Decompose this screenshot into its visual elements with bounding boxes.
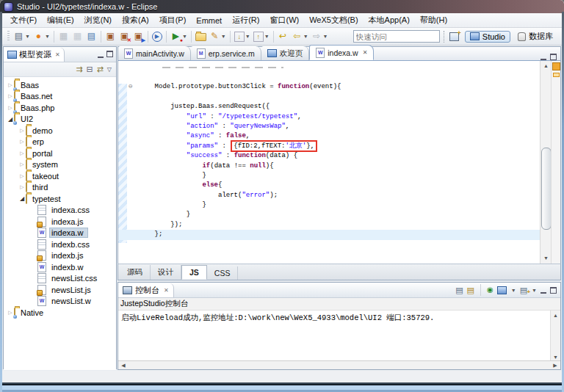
tree-item-newsList.w[interactable]: WnewsList.w xyxy=(4,296,116,308)
code-line-13[interactable]: alert("error"); xyxy=(118,191,540,200)
tree-item-typetest[interactable]: ◢typetest xyxy=(4,193,116,205)
tree-item-UI2[interactable]: ◢UI2 xyxy=(4,114,116,126)
last-edit-location-button[interactable]: ↩ xyxy=(277,29,289,44)
prev-annotation-button[interactable]: ↑▼ xyxy=(253,29,270,44)
menu-item-2[interactable]: 浏览(N) xyxy=(79,13,117,27)
tree-expanded-arrow-icon[interactable]: ◢ xyxy=(18,195,26,202)
tree-collapsed-arrow-icon[interactable]: ▷ xyxy=(7,82,14,88)
code-line-4[interactable]: justep.Baas.sendRequest({ xyxy=(118,102,540,112)
code-content[interactable]: ⊖ Model.prototype.button3Click = functio… xyxy=(118,65,540,240)
studio-perspective-button[interactable]: Studio xyxy=(465,31,510,43)
scroll-up-arrow-icon[interactable]: ▲ xyxy=(540,61,552,71)
run-button[interactable]: ▶ xyxy=(151,29,163,44)
minimize-view-button[interactable] xyxy=(98,54,104,58)
display-console-icon[interactable] xyxy=(497,286,507,294)
tree-item-portal[interactable]: ▷portal xyxy=(4,148,116,159)
tree-item-indexb.w[interactable]: Windexb.w xyxy=(4,261,116,273)
editor-tab-欢迎页[interactable]: 欢迎页 xyxy=(261,46,310,60)
tree-item-newsList.js[interactable]: newsList.js xyxy=(4,284,116,296)
database-perspective-button[interactable]: 数据库 xyxy=(513,30,557,43)
tree-item-indexb.js[interactable]: indexb.js xyxy=(4,250,116,262)
pin-console-icon[interactable]: ◉ xyxy=(487,286,494,294)
tree-item-newsList.css[interactable]: newsList.css xyxy=(4,273,116,285)
scroll-left-arrow-icon[interactable]: ◀ xyxy=(118,361,129,369)
open-console-icon[interactable]: ▤ xyxy=(520,286,527,294)
console-horizontal-scrollbar[interactable]: ◀ ▶ xyxy=(118,360,560,369)
annotation-summary-icon[interactable] xyxy=(552,62,560,70)
tree-item-system[interactable]: ▷system xyxy=(4,159,116,171)
menu-item-8[interactable]: WeX5文档(B) xyxy=(304,13,363,27)
tree-item-Native[interactable]: ▷Native xyxy=(4,307,116,319)
menu-item-9[interactable]: 本地App(A) xyxy=(364,13,415,27)
code-line-10[interactable]: if(data !== null){ xyxy=(118,161,540,171)
save-all-button[interactable]: ▦ xyxy=(71,29,84,44)
collapse-all-icon[interactable]: ⊟ xyxy=(86,65,93,74)
tree-collapsed-arrow-icon[interactable]: ▷ xyxy=(7,105,14,111)
maximize-view-button[interactable] xyxy=(550,54,557,60)
close-icon[interactable]: ✕ xyxy=(55,51,60,58)
close-icon[interactable]: ✕ xyxy=(363,49,368,56)
minimize-view-button[interactable] xyxy=(540,57,546,60)
editor-tab-indexa.w[interactable]: Windexa.w✕ xyxy=(309,45,374,60)
tree-collapsed-arrow-icon[interactable]: ▷ xyxy=(18,139,26,145)
code-line-6[interactable]: "action" : "queryNewsWap", xyxy=(118,122,540,131)
maximize-view-button[interactable] xyxy=(106,51,113,57)
chevron-down-icon[interactable]: ▼ xyxy=(532,288,537,293)
refresh-icon[interactable]: ⇄ xyxy=(97,65,104,74)
code-line-16[interactable]: }); xyxy=(118,220,540,230)
minimize-view-button[interactable] xyxy=(540,290,546,294)
tree-item-Baas.net[interactable]: ▷Baas.net xyxy=(4,91,116,103)
code-line-8[interactable]: "params" : {fID:2,fTEXT:'北京'}, xyxy=(118,142,540,151)
menu-item-4[interactable]: 项目(P) xyxy=(154,13,192,27)
tree-item-indexa.css[interactable]: indexa.css xyxy=(4,205,116,217)
code-line-5[interactable]: "url" : "/typetest/typetest", xyxy=(118,112,540,122)
view-menu-icon[interactable]: ▽ xyxy=(107,66,112,73)
link-with-editor-icon[interactable]: ⇉ xyxy=(76,65,82,74)
open-folder-button[interactable] xyxy=(195,29,207,44)
tree-collapsed-arrow-icon[interactable]: ▷ xyxy=(18,173,26,179)
scroll-lock-icon[interactable]: ▤ xyxy=(467,286,474,294)
scroll-right-arrow-icon[interactable]: ▶ xyxy=(550,361,560,369)
tree-item-Baas[interactable]: ▷Baas xyxy=(4,79,116,91)
editor-vertical-scrollbar[interactable]: ▲ ▼ xyxy=(540,61,552,264)
tree-item-third[interactable]: ▷third xyxy=(4,182,116,194)
editor-tab-mainActivity.w[interactable]: WmainActivity.w xyxy=(118,46,191,60)
tree-item-demo[interactable]: ▷demo xyxy=(4,125,116,137)
tab-console[interactable]: 控制台 ✕ xyxy=(118,283,174,297)
tomcat-restart-button[interactable]: ▣▶ xyxy=(132,29,145,44)
tomcat-start-button[interactable]: ▣ xyxy=(104,29,117,44)
mode-tab-JS[interactable]: JS xyxy=(181,265,207,280)
code-line-12[interactable]: else{ xyxy=(118,181,540,190)
annotation-marker[interactable] xyxy=(553,73,560,77)
fold-collapse-icon[interactable]: ⊖ xyxy=(129,82,132,92)
tree-item-indexb.css[interactable]: indexb.css xyxy=(4,239,116,250)
mode-tab-设计[interactable]: 设计 xyxy=(151,265,181,280)
code-line-9[interactable]: "success" : function(data) { xyxy=(118,151,540,161)
code-line-14[interactable]: } xyxy=(118,200,540,210)
menu-item-0[interactable]: 文件(F) xyxy=(5,13,42,27)
open-perspective-button[interactable] xyxy=(449,29,463,44)
forward-history-button[interactable]: ⇨▼ xyxy=(311,29,329,44)
menu-item-7[interactable]: 窗口(W) xyxy=(264,13,304,27)
scrollbar-thumb[interactable] xyxy=(541,148,552,230)
debug-run-button[interactable]: ▶●▼ xyxy=(170,29,188,44)
tree-collapsed-arrow-icon[interactable]: ▷ xyxy=(18,128,26,134)
save-button[interactable]: ▦ xyxy=(57,29,70,44)
console-vertical-scrollbar[interactable]: ▲ ▼ xyxy=(550,311,560,363)
new-wizard-button[interactable]: ▤▼ xyxy=(12,29,31,44)
tomcat-stop-button[interactable]: ▣✕ xyxy=(118,29,131,44)
tree-collapsed-arrow-icon[interactable]: ▷ xyxy=(18,161,26,167)
menu-item-5[interactable]: Emmet xyxy=(191,15,227,26)
menu-item-1[interactable]: 编辑(E) xyxy=(42,13,79,27)
style-brush-button[interactable]: ✎▼ xyxy=(209,29,227,44)
code-line-0[interactable] xyxy=(118,67,540,73)
maximize-view-button[interactable] xyxy=(550,287,557,294)
wex5-new-button[interactable]: ●▼ xyxy=(32,29,51,44)
tree-item-Baas.php[interactable]: ▷Baas.php xyxy=(4,102,116,114)
quick-access-input[interactable] xyxy=(353,30,440,43)
print-button[interactable]: ▤ xyxy=(85,29,98,44)
tree-collapsed-arrow-icon[interactable]: ▷ xyxy=(18,184,26,190)
menu-item-6[interactable]: 运行(R) xyxy=(227,13,264,27)
clear-console-icon[interactable]: ▤ xyxy=(455,286,463,294)
close-icon[interactable]: ✕ xyxy=(164,287,169,294)
